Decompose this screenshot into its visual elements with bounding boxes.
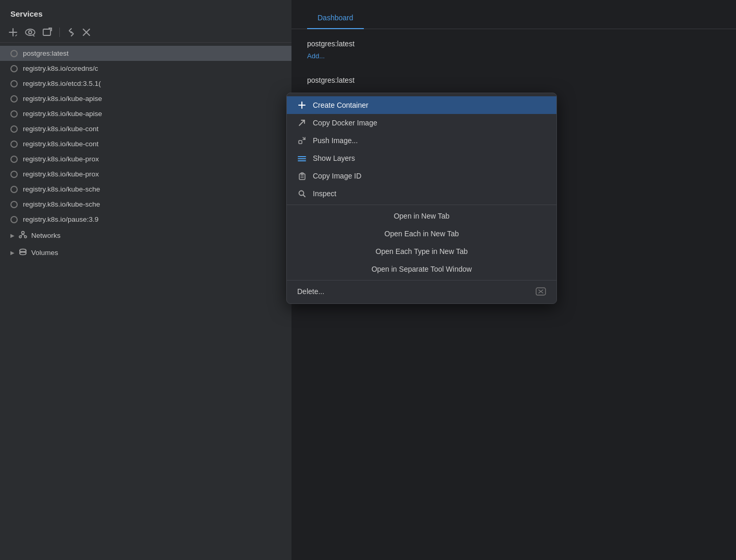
service-item-kube-cont-1[interactable]: registry.k8s.io/kube-cont [0, 121, 291, 136]
service-item-kube-cont-2[interactable]: registry.k8s.io/kube-cont [0, 136, 291, 151]
ctx-create-container[interactable]: Create Container [287, 96, 556, 114]
service-label: registry.k8s.io/kube-sche [23, 185, 100, 193]
svg-point-16 [20, 249, 26, 252]
view-button[interactable] [25, 28, 35, 36]
service-item-kube-api-2[interactable]: registry.k8s.io/kube-apise [0, 106, 291, 121]
ctx-open-each-new-tab[interactable]: Open Each in New Tab [287, 225, 556, 243]
volumes-icon [19, 248, 27, 258]
inspect-icon [297, 190, 307, 197]
tree-item-volumes[interactable]: ▶ Volumes [0, 244, 291, 261]
ctx-copy-image-id[interactable]: Copy Image ID [287, 167, 556, 185]
clipboard-icon [297, 172, 307, 180]
service-label: registry.k8s.io/coredns/c [23, 65, 98, 72]
status-circle [10, 95, 18, 103]
image-title: postgres:latest [307, 40, 720, 48]
ctx-label: Create Container [313, 101, 369, 109]
context-menu: Create Container Copy Docker Image Push … [286, 93, 557, 304]
ctx-inspect[interactable]: Inspect [287, 185, 556, 202]
svg-line-5 [33, 35, 34, 36]
ctx-show-layers[interactable]: Show Layers [287, 149, 556, 167]
ctx-label: Open Each in New Tab [385, 230, 459, 238]
status-circle [10, 171, 18, 178]
ctx-label: Copy Image ID [313, 172, 361, 180]
service-item-kube-prox-2[interactable]: registry.k8s.io/kube-prox [0, 167, 291, 182]
status-circle [10, 80, 18, 87]
arrow-up-right-icon [297, 119, 307, 126]
tree-item-label: Networks [31, 232, 60, 239]
ctx-delete[interactable]: Delete... [287, 283, 556, 300]
left-panel: Services [0, 0, 291, 560]
status-circle [10, 201, 18, 208]
service-list: postgres:latest registry.k8s.io/coredns/… [0, 43, 291, 560]
svg-point-3 [26, 29, 35, 35]
close-button[interactable] [83, 29, 90, 36]
ctx-label: Open in New Tab [394, 212, 449, 220]
service-item-pause[interactable]: registry.k8s.io/pause:3.9 [0, 212, 291, 227]
sort-button[interactable] [67, 28, 75, 37]
svg-point-4 [29, 31, 32, 34]
ctx-open-each-type-new-tab[interactable]: Open Each Type in New Tab [287, 243, 556, 260]
push-icon [297, 137, 307, 144]
svg-line-2 [16, 35, 17, 36]
chevron-right-icon: ▶ [10, 233, 15, 238]
svg-line-14 [21, 234, 23, 236]
svg-point-19 [20, 252, 26, 255]
svg-line-33 [303, 195, 306, 197]
ctx-label: Open in Separate Tool Window [372, 265, 472, 273]
svg-line-15 [23, 234, 25, 236]
status-circle [10, 125, 18, 133]
ctx-label: Show Layers [313, 154, 355, 162]
ctx-open-separate-window[interactable]: Open in Separate Tool Window [287, 260, 556, 278]
status-circle [10, 110, 18, 118]
service-label: registry.k8s.io/pause:3.9 [23, 215, 98, 223]
svg-rect-23 [299, 141, 302, 144]
service-label: postgres:latest [23, 49, 69, 57]
svg-point-11 [22, 232, 24, 234]
status-circle [10, 141, 18, 148]
add-link[interactable]: Add... [307, 52, 720, 60]
svg-line-22 [299, 120, 304, 125]
svg-rect-6 [43, 29, 50, 35]
service-item-kube-sche-1[interactable]: registry.k8s.io/kube-sche [0, 182, 291, 197]
chevron-right-icon: ▶ [10, 250, 15, 256]
status-circle [10, 186, 18, 193]
status-circle [10, 50, 18, 57]
service-label: registry.k8s.io/kube-apise [23, 95, 102, 103]
panel-title: Services [0, 0, 291, 23]
tree-item-label: Volumes [31, 249, 58, 257]
service-label: registry.k8s.io/kube-sche [23, 200, 100, 208]
status-circle [10, 65, 18, 72]
tab-dashboard[interactable]: Dashboard [307, 7, 364, 29]
ctx-label: Open Each Type in New Tab [376, 247, 468, 256]
status-circle [10, 216, 18, 223]
toolbar [0, 23, 291, 43]
plus-icon [297, 101, 307, 109]
service-item-kube-api-1[interactable]: registry.k8s.io/kube-apise [0, 91, 291, 106]
ctx-label: Push Image... [313, 136, 358, 145]
service-item-etcd[interactable]: registry.k8s.io/etcd:3.5.1( [0, 76, 291, 91]
service-label: registry.k8s.io/etcd:3.5.1( [23, 80, 101, 87]
context-menu-separator-1 [287, 205, 556, 205]
service-label: registry.k8s.io/kube-prox [23, 155, 99, 163]
networks-icon [19, 231, 27, 240]
layers-icon [297, 155, 307, 161]
ctx-copy-docker-image[interactable]: Copy Docker Image [287, 114, 556, 132]
tree-item-networks[interactable]: ▶ Networks [0, 227, 291, 244]
ctx-label: Inspect [313, 189, 336, 198]
ctx-open-new-tab[interactable]: Open in New Tab [287, 207, 556, 225]
service-label: registry.k8s.io/kube-prox [23, 170, 99, 178]
context-menu-separator-2 [287, 280, 556, 281]
service-item-postgres[interactable]: postgres:latest [0, 46, 291, 61]
service-item-kube-sche-2[interactable]: registry.k8s.io/kube-sche [0, 197, 291, 212]
toolbar-separator [59, 28, 60, 37]
tab-bar: Dashboard [291, 0, 736, 29]
new-tab-button[interactable] [43, 28, 52, 37]
service-item-kube-prox-1[interactable]: registry.k8s.io/kube-prox [0, 151, 291, 167]
delete-shortcut [536, 287, 546, 296]
service-item-coredns[interactable]: registry.k8s.io/coredns/c [0, 61, 291, 76]
ctx-push-image[interactable]: Push Image... [287, 132, 556, 149]
add-button[interactable] [8, 28, 18, 37]
service-label: registry.k8s.io/kube-apise [23, 110, 102, 118]
status-circle [10, 156, 18, 163]
ctx-label: Delete... [297, 287, 324, 296]
